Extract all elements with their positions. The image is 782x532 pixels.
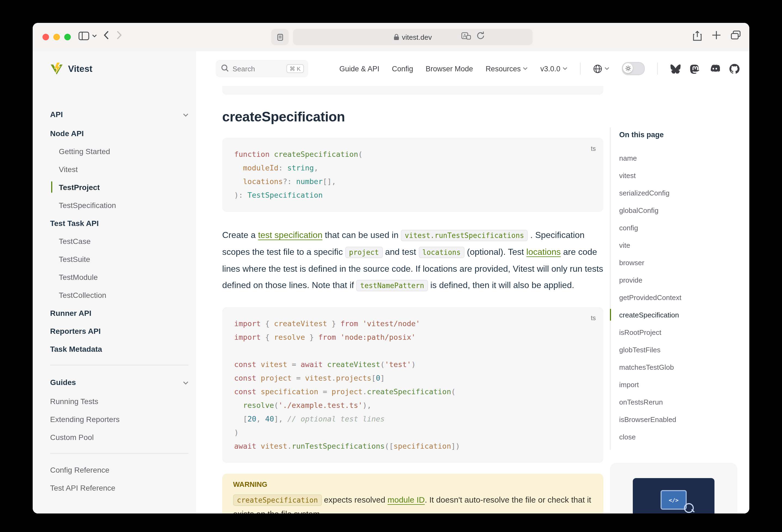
- language-icon: [593, 64, 602, 73]
- inline-code-testnamepattern[interactable]: testNamePattern: [356, 280, 428, 291]
- sidebar-item-custom-pool[interactable]: Custom Pool: [50, 428, 188, 446]
- github-icon[interactable]: [729, 64, 740, 74]
- sidebar-item-node-api[interactable]: Node API: [50, 124, 188, 142]
- sidebar-item-testcollection[interactable]: TestCollection: [50, 286, 188, 304]
- mastodon-icon[interactable]: [690, 64, 700, 74]
- outline-item-import[interactable]: import: [619, 376, 734, 393]
- outline-item-serializedconfig[interactable]: serializedConfig: [619, 184, 734, 202]
- description-paragraph: Create a test specification that can be …: [222, 227, 603, 294]
- translate-icon[interactable]: A: [461, 31, 471, 43]
- sidebar-item-task-metadata[interactable]: Task Metadata: [50, 340, 188, 358]
- outline-item-getprovidedcontext[interactable]: getProvidedContext: [619, 289, 734, 306]
- inline-link-module-id[interactable]: module ID: [387, 495, 425, 504]
- outline-item-globalconfig[interactable]: globalConfig: [619, 202, 734, 219]
- code-lines: import { createVitest } from 'vitest/nod…: [234, 317, 592, 453]
- outline-item-isrootproject[interactable]: isRootProject: [619, 323, 734, 341]
- vitest-docs-page: Vitest APINode APIGetting StartedVitestT…: [33, 51, 749, 513]
- divider: [580, 63, 580, 75]
- sidebar-item-label: TestSuite: [59, 255, 90, 263]
- sidebar-item-testspecification[interactable]: TestSpecification: [50, 196, 188, 214]
- vitest-logo-icon: [50, 62, 63, 75]
- sidebar-item-running-tests[interactable]: Running Tests: [50, 392, 188, 410]
- sidebar-item-label: Custom Pool: [50, 433, 94, 441]
- sidebar-item-label: Extending Reporters: [50, 415, 119, 423]
- outline-item-close[interactable]: close: [619, 428, 734, 446]
- outline-item-browser[interactable]: browser: [619, 254, 734, 271]
- discord-icon[interactable]: [709, 64, 720, 73]
- site-logo[interactable]: Vitest: [50, 51, 92, 86]
- sidebar-item-test-api-reference[interactable]: Test API Reference: [50, 478, 188, 497]
- code-line: import { createVitest } from 'vitest/nod…: [234, 317, 592, 330]
- sidebar-item-getting-started[interactable]: Getting Started: [50, 142, 188, 160]
- inline-code-project[interactable]: project: [345, 247, 383, 258]
- sidebar-item-api[interactable]: API: [50, 105, 188, 124]
- bluesky-icon[interactable]: [670, 64, 681, 73]
- code-monitor-icon: </>: [661, 490, 687, 510]
- nav-browser-mode[interactable]: Browser Mode: [426, 65, 473, 73]
- sidebar-item-testcase[interactable]: TestCase: [50, 232, 188, 250]
- sidebar-item-label: Getting Started: [59, 147, 110, 155]
- tab-overview-icon[interactable]: [731, 31, 741, 43]
- language-menu[interactable]: [593, 64, 609, 73]
- sidebar-item-test-task-api[interactable]: Test Task API: [50, 214, 188, 232]
- sidebar-item-testproject[interactable]: TestProject: [50, 178, 188, 196]
- outline-item-createspecification[interactable]: createSpecification: [619, 306, 734, 323]
- outline-item-globtestfiles[interactable]: globTestFiles: [619, 341, 734, 358]
- sidebar-divider: [50, 453, 188, 454]
- sidebar-item-label: Guides: [50, 378, 76, 387]
- divider: [657, 63, 658, 75]
- sidebar-item-guides[interactable]: Guides: [50, 373, 188, 392]
- sidebar-nav: APINode APIGetting StartedVitestTestProj…: [50, 86, 188, 497]
- sidebar-item-label: API: [50, 110, 63, 119]
- nav-version-dropdown[interactable]: v3.0.0: [540, 65, 567, 73]
- sidebar-item-testmodule[interactable]: TestModule: [50, 268, 188, 286]
- outline-title: On this page: [619, 131, 664, 139]
- outline-item-ontestsrerun[interactable]: onTestsRerun: [619, 393, 734, 411]
- sidebar-item-config-reference[interactable]: Config Reference: [50, 461, 188, 478]
- page-settings-button[interactable]: [271, 29, 289, 45]
- code-language-badge: ts: [591, 142, 596, 156]
- sidebar-item-label: TestCollection: [59, 290, 106, 299]
- url-bar-area: vitest.dev A: [33, 29, 749, 45]
- outline-item-config[interactable]: config: [619, 219, 734, 236]
- sidebar-item-runner-api[interactable]: Runner API: [50, 304, 188, 322]
- inline-code-locations[interactable]: locations: [419, 247, 464, 258]
- code-line: function createSpecification(: [234, 148, 592, 161]
- sidebar-item-label: Runner API: [50, 309, 91, 317]
- outline-active-marker: [610, 309, 611, 321]
- chevron-down-icon: [563, 67, 567, 70]
- code-line: moduleId: string,: [234, 161, 592, 175]
- search-input[interactable]: Search ⌘ K: [216, 60, 308, 77]
- outline-item-provide[interactable]: provide: [619, 271, 734, 289]
- outline-item-matchestestglob[interactable]: matchesTestGlob: [619, 358, 734, 376]
- inline-link-test-specification[interactable]: test specification: [258, 230, 323, 240]
- nav-resources-dropdown[interactable]: Resources: [486, 65, 528, 73]
- warning-title: WARNING: [233, 480, 593, 489]
- sidebar-item-vitest[interactable]: Vitest: [50, 160, 188, 178]
- outline-item-isbrowserenabled[interactable]: isBrowserEnabled: [619, 411, 734, 428]
- nav-guide-api[interactable]: Guide & API: [339, 65, 379, 73]
- share-icon[interactable]: [693, 31, 702, 43]
- inline-link-locations[interactable]: locations: [526, 247, 561, 256]
- search-shortcut: ⌘ K: [286, 64, 304, 73]
- outline-item-name[interactable]: name: [619, 149, 734, 167]
- screen: vitest.dev A: [0, 0, 782, 532]
- sidebar-item-testsuite[interactable]: TestSuite: [50, 250, 188, 268]
- sponsor-ad[interactable]: </>: [610, 463, 737, 513]
- sidebar-item-label: Running Tests: [50, 397, 98, 405]
- safari-window: vitest.dev A: [33, 23, 749, 513]
- inline-code-vitest-runtestspecifications[interactable]: vitest.runTestSpecifications: [401, 230, 528, 241]
- code-language-badge: ts: [591, 312, 596, 325]
- theme-toggle[interactable]: [622, 62, 645, 75]
- outline-list: namevitestserializedConfigglobalConfigco…: [619, 149, 734, 446]
- sidebar-item-reporters-api[interactable]: Reporters API: [50, 322, 188, 340]
- social-links: [670, 64, 740, 74]
- outline-item-vite[interactable]: vite: [619, 236, 734, 254]
- reload-icon[interactable]: [476, 31, 485, 43]
- nav-config[interactable]: Config: [392, 65, 413, 73]
- sidebar-item-extending-reporters[interactable]: Extending Reporters: [50, 410, 188, 428]
- address-bar[interactable]: vitest.dev: [293, 29, 533, 45]
- new-tab-icon[interactable]: [712, 31, 721, 43]
- search-icon: [221, 64, 229, 73]
- outline-item-vitest[interactable]: vitest: [619, 167, 734, 184]
